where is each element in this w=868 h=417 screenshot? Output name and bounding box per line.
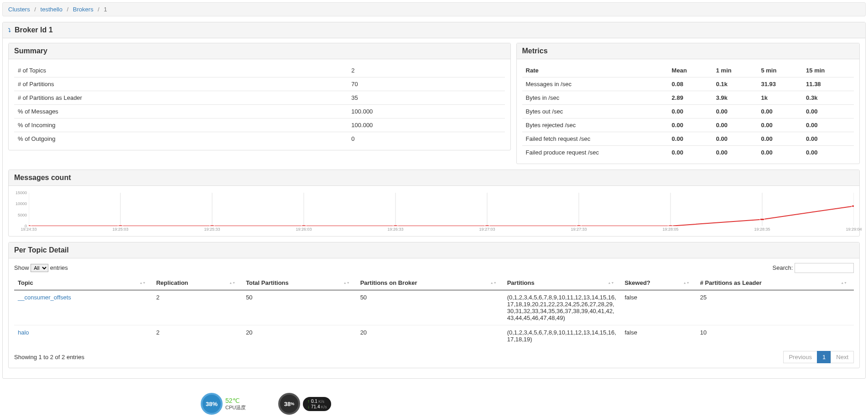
breadcrumb-sep: / xyxy=(64,6,72,13)
topic-name-cell: halo xyxy=(14,325,152,347)
svg-point-15 xyxy=(485,225,490,226)
sort-icon: ▲▼ xyxy=(140,282,146,284)
topic-column-header[interactable]: # Partitions as Leader▲▼ xyxy=(696,276,854,290)
breadcrumb-sep: / xyxy=(95,6,102,13)
topic-total-partitions: 20 xyxy=(242,325,357,347)
chart-xtick: 19:25:33 xyxy=(204,227,220,232)
summary-row: # of Topics2 xyxy=(14,64,505,77)
metrics-rate-label: Bytes in /sec xyxy=(522,91,668,105)
dt-info: Showing 1 to 2 of 2 entries xyxy=(14,354,84,360)
metrics-cell: 0.00 xyxy=(712,105,758,118)
refresh-icon[interactable]: ⤵ xyxy=(8,27,11,33)
metrics-cell: 0.00 xyxy=(712,118,758,132)
metrics-cell: 0.00 xyxy=(757,146,802,160)
metrics-cell: 0.00 xyxy=(668,132,712,146)
topic-replication: 2 xyxy=(152,290,242,325)
metrics-row: Messages in /sec0.080.1k31.9311.38 xyxy=(522,77,854,91)
dt-length: Show All entries xyxy=(14,264,68,272)
metrics-cell: 0.00 xyxy=(757,105,802,118)
pager-next[interactable]: Next xyxy=(831,351,854,363)
sort-icon: ▲▼ xyxy=(229,282,235,284)
summary-row: # of Partitions70 xyxy=(14,77,505,91)
topic-column-header[interactable]: Topic▲▼ xyxy=(14,276,152,290)
metrics-cell: 11.38 xyxy=(802,77,854,91)
breadcrumb-clusters[interactable]: Clusters xyxy=(8,6,30,13)
topic-skewed: false xyxy=(621,290,696,325)
metrics-rate-label: Bytes rejected /sec xyxy=(522,118,668,132)
summary-row: % of Incoming100.000 xyxy=(14,118,505,132)
chart-ytick: 5000 xyxy=(14,213,27,217)
svg-point-12 xyxy=(210,225,215,226)
sort-icon: ▲▼ xyxy=(841,282,847,284)
sort-icon: ▲▼ xyxy=(683,282,690,284)
breadcrumb-brokers[interactable]: Brokers xyxy=(73,6,94,13)
topic-link[interactable]: halo xyxy=(18,329,29,336)
chart-xtick: 19:26:33 xyxy=(387,227,403,232)
metrics-rate-label: Failed fetch request /sec xyxy=(522,132,668,146)
breadcrumb-sep: / xyxy=(31,6,39,13)
chart-xtick: 19:27:33 xyxy=(571,227,587,232)
dt-search-label: Search: xyxy=(773,264,793,271)
pager-previous[interactable]: Previous xyxy=(783,351,817,363)
metrics-row: Failed produce request /sec0.000.000.000… xyxy=(522,146,854,160)
metrics-cell: 0.00 xyxy=(757,132,802,146)
topic-partitions-list: (0,1,2,3,4,5,6,7,8,9,10,11,12,13,14,15,1… xyxy=(504,325,621,347)
summary-heading: Summary xyxy=(9,43,510,59)
metrics-panel: Metrics RateMean1 min5 min15 minMessages… xyxy=(516,43,860,164)
chart-xtick: 19:29:04 xyxy=(846,227,862,232)
metrics-cell: 0.00 xyxy=(802,105,854,118)
metrics-cell: 0.00 xyxy=(668,105,712,118)
metrics-cell: 0.00 xyxy=(802,146,854,160)
summary-panel: Summary # of Topics2# of Partitions70# o… xyxy=(8,43,511,150)
summary-value: 35 xyxy=(348,91,504,105)
svg-point-19 xyxy=(852,205,854,207)
summary-value: 100.000 xyxy=(348,118,504,132)
metrics-cell: 0.00 xyxy=(668,146,712,160)
summary-row: # of Partitions as Leader35 xyxy=(14,91,505,105)
svg-point-18 xyxy=(760,218,765,220)
dt-search-input[interactable] xyxy=(795,263,854,273)
svg-point-10 xyxy=(29,225,31,226)
broker-panel: ⤵ Broker Id 1 Summary # of Topics2# of P… xyxy=(2,22,866,379)
topic-column-header[interactable]: Partitions on Broker▲▼ xyxy=(357,276,504,290)
topic-column-header[interactable]: Replication▲▼ xyxy=(152,276,242,290)
topic-column-header[interactable]: Partitions▲▼ xyxy=(504,276,621,290)
messages-chart: 05000100001500019:24:3319:25:0319:25:331… xyxy=(14,193,854,232)
page-title: Broker Id 1 xyxy=(15,26,53,34)
topic-column-header[interactable]: Skewed?▲▼ xyxy=(621,276,696,290)
metrics-cell: 0.00 xyxy=(757,118,802,132)
topic-partitions-on-broker: 20 xyxy=(357,325,504,347)
metrics-rate-label: Failed produce request /sec xyxy=(522,146,668,160)
dt-show-label: Show xyxy=(14,264,29,271)
dt-length-select[interactable]: All xyxy=(31,264,48,272)
breadcrumb: Clusters / testhello / Brokers / 1 xyxy=(2,2,866,16)
pager-page-1[interactable]: 1 xyxy=(817,351,831,363)
chart-xtick: 19:26:03 xyxy=(296,227,312,232)
summary-label: # of Partitions xyxy=(14,77,348,91)
metrics-cell: 3.9k xyxy=(712,91,758,105)
chart-ytick: 10000 xyxy=(14,201,27,206)
summary-value: 100.000 xyxy=(348,105,504,118)
topic-link[interactable]: __consumer_offsets xyxy=(18,294,71,301)
dt-entries-label: entries xyxy=(50,264,68,271)
chart-xtick: 19:27:03 xyxy=(479,227,495,232)
summary-label: % of Incoming xyxy=(14,118,348,132)
sort-icon: ▲▼ xyxy=(490,282,497,284)
summary-label: # of Partitions as Leader xyxy=(14,91,348,105)
metrics-cell: 0.00 xyxy=(802,132,854,146)
metrics-rate-label: Messages in /sec xyxy=(522,77,668,91)
messages-chart-heading: Messages count xyxy=(9,170,859,186)
summary-row: % of Messages100.000 xyxy=(14,105,505,118)
metrics-row: Bytes rejected /sec0.000.000.000.00 xyxy=(522,118,854,132)
breadcrumb-cluster-name[interactable]: testhello xyxy=(41,6,62,13)
topic-detail-panel: Per Topic Detail Show All entries Search… xyxy=(8,242,860,368)
summary-row: % of Outgoing0 xyxy=(14,132,505,146)
chart-xtick: 19:25:03 xyxy=(112,227,128,232)
svg-point-14 xyxy=(393,225,398,226)
topic-column-header[interactable]: Total Partitions▲▼ xyxy=(242,276,357,290)
metrics-cell: 0.00 xyxy=(668,118,712,132)
metrics-cell: 1k xyxy=(757,91,802,105)
topic-row: halo22020(0,1,2,3,4,5,6,7,8,9,10,11,12,1… xyxy=(14,325,854,347)
messages-chart-panel: Messages count 05000100001500019:24:3319… xyxy=(8,170,860,237)
metrics-header: Mean xyxy=(668,64,712,77)
